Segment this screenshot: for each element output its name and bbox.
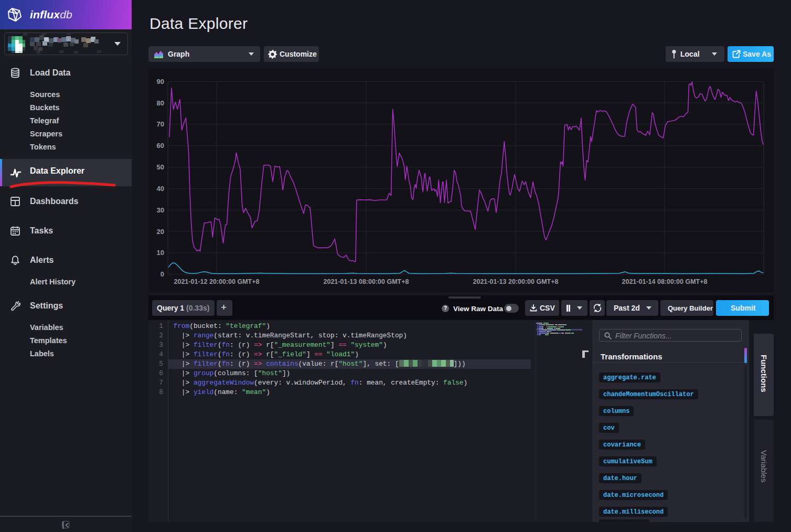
svg-text:2021-01-12 20:00:00 GMT+8: 2021-01-12 20:00:00 GMT+8 [174, 278, 260, 285]
svg-text:20: 20 [157, 228, 164, 236]
svg-text:40: 40 [157, 185, 164, 193]
svg-text:90: 90 [157, 78, 164, 86]
svg-text:80: 80 [157, 99, 164, 107]
svg-text:30: 30 [157, 206, 164, 214]
svg-text:2021-01-14 08:00:00 GMT+8: 2021-01-14 08:00:00 GMT+8 [622, 278, 708, 285]
svg-text:10: 10 [157, 249, 164, 257]
svg-text:60: 60 [157, 142, 164, 150]
svg-text:70: 70 [157, 120, 164, 128]
svg-text:2021-01-13 20:00:00 GMT+8: 2021-01-13 20:00:00 GMT+8 [473, 278, 559, 285]
svg-text:50: 50 [157, 163, 164, 171]
svg-text:0: 0 [161, 270, 164, 278]
svg-text:2021-01-13 08:00:00 GMT+8: 2021-01-13 08:00:00 GMT+8 [324, 278, 409, 285]
